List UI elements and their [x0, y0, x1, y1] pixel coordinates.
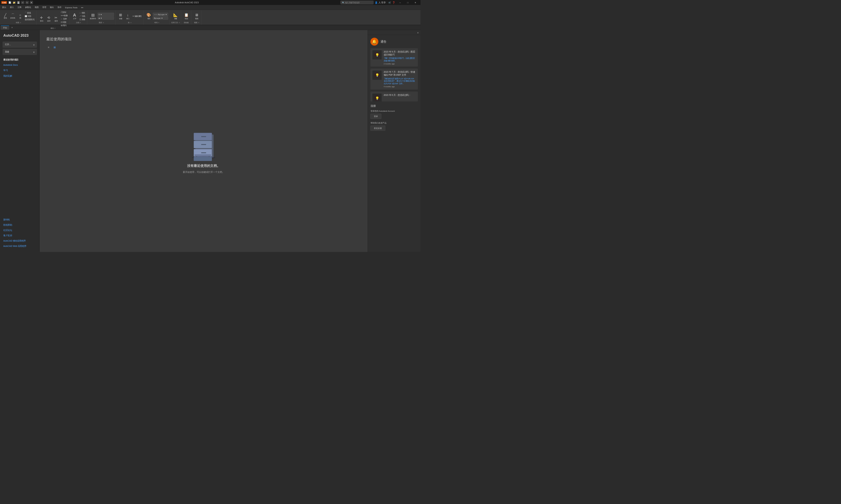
- dim-button[interactable]: ↔ 线性: [79, 12, 86, 15]
- notif-desc-1: 了解一些快速提示和技巧，以改进图层的使用和管理。: [384, 57, 416, 62]
- notif-body-1: 2023 年 9 月：您尝试过吗：图层提示和技巧 了解一些快速提示和技巧，以改进…: [384, 50, 416, 65]
- footer-link-support[interactable]: 客户支持: [0, 233, 40, 238]
- maximize-button[interactable]: □: [404, 0, 412, 5]
- panel-toggle[interactable]: ∨: [368, 30, 421, 35]
- close-button[interactable]: ✕: [412, 0, 419, 5]
- new-button[interactable]: 新建 ∨: [3, 49, 37, 55]
- footer-link-mobile[interactable]: AutoCAD 移动应用程序: [0, 238, 40, 244]
- move-button[interactable]: ✛ 移动: [38, 15, 45, 22]
- grid-view-button[interactable]: ⊞: [52, 45, 57, 50]
- list-view-button[interactable]: ≡: [46, 45, 51, 50]
- measure-button[interactable]: 📐 测量: [172, 12, 179, 20]
- notification-card-3[interactable]: 💡 2023 年 6 月：您尝试过吗：: [371, 92, 418, 102]
- menu-express[interactable]: Express Tools: [64, 6, 79, 9]
- ribbon-group-clipboard: 📋 粘贴 剪贴板: [181, 11, 192, 25]
- feedback-button[interactable]: 发送反馈: [371, 126, 386, 131]
- login-button[interactable]: 登录: [371, 114, 381, 119]
- new-dropdown-icon: ∨: [33, 51, 35, 53]
- arc-button[interactable]: ⌒ 圆弧: [24, 12, 35, 15]
- linetype-select[interactable]: —— ByLayer ▼: [153, 13, 168, 16]
- stretch-button[interactable]: ↔ 拉伸: [60, 18, 68, 20]
- draw-mini-group: ⌒ 圆弧 ⬜ 矩形 ▦ 图案填充: [24, 12, 35, 21]
- table-button[interactable]: ▤ 表格: [79, 18, 86, 21]
- layer-props-button[interactable]: ▤ 图层特性: [89, 12, 97, 20]
- props-buttons: 🎨 特性 —— ByLayer ▼ ByLayer ▼: [145, 11, 168, 21]
- app-logo[interactable]: CAD: [1, 1, 7, 4]
- scale-button[interactable]: ⊡ 缩放: [60, 21, 68, 24]
- text-button[interactable]: A 文字: [71, 12, 78, 20]
- menu-default[interactable]: 默认: [1, 5, 8, 10]
- ribbon-group-view: 🖥 视图 视图 ∨: [192, 11, 202, 25]
- ribbon-content: ╱ 直线 ⌒ 多段线 ○ 圆 ⌒ 圆弧 ⬜ 矩形 ▦ 图案填充 绘图: [0, 10, 420, 25]
- insert-block-icon: ↓: [127, 13, 129, 17]
- cart-icon[interactable]: 🛒: [389, 1, 391, 4]
- layer-select[interactable]: 0 ▼: [97, 13, 114, 16]
- mirror-button[interactable]: ⟺ 镜像: [60, 14, 68, 17]
- edit-attr-button[interactable]: ✏ 编辑属性: [132, 15, 142, 18]
- empty-state-illustration: [187, 128, 220, 161]
- footer-link-web[interactable]: AutoCAD Web 应用程序: [0, 244, 40, 249]
- user-area: 👤 人 登录: [375, 1, 386, 4]
- create-block-button[interactable]: ⊞ 创建: [118, 12, 124, 20]
- search-icon: 🔍: [342, 1, 344, 4]
- notification-card-1[interactable]: 💡 2023 年 9 月：您尝试过吗：图层提示和技巧 了解一些快速提示和技巧，以…: [371, 48, 418, 67]
- sidebar-link-learn[interactable]: 学习: [0, 68, 40, 73]
- lineweight-select[interactable]: ByLayer ▼: [153, 17, 168, 20]
- notification-card-2[interactable]: 💡 2023 年 7 月：您尝试过吗：快速输出 PDF 和 DWF 文件 了解如…: [371, 69, 418, 90]
- leader-button[interactable]: ↗ 引线: [79, 15, 86, 18]
- right-panel-content: 🔔 通告 💡 2023 年 9 月：您尝试过吗：图层提示和技巧 了解一些快速提示…: [368, 35, 421, 252]
- menu-view[interactable]: 视图: [33, 5, 40, 10]
- minimize-button[interactable]: ─: [396, 0, 404, 5]
- connect-text: 登录您的 Autodesk Account: [371, 109, 418, 112]
- login-link[interactable]: 人 登录: [378, 1, 386, 4]
- svg-text:💡: 💡: [375, 73, 379, 77]
- open-file-icon[interactable]: 📁: [13, 1, 16, 4]
- menu-collaborate[interactable]: 协作: [56, 5, 63, 10]
- trim-button[interactable]: ✂ 修剪: [53, 15, 59, 22]
- notification-header: 🔔 通告: [371, 38, 418, 46]
- rotate-button[interactable]: ⟲ 旋转: [46, 15, 52, 22]
- sidebar-link-myinsight[interactable]: 我的见解: [0, 73, 40, 79]
- view-label: 视图: [195, 18, 198, 20]
- circle-button[interactable]: ○ 圆: [17, 13, 23, 20]
- menu-output[interactable]: 输出: [48, 5, 56, 10]
- rect-button[interactable]: ⬜ 矩形: [24, 15, 35, 18]
- menu-annotation[interactable]: 注释: [16, 5, 23, 10]
- line-icon: ╱: [4, 13, 6, 17]
- user-icon: 👤: [375, 1, 377, 4]
- svg-rect-3: [201, 136, 206, 137]
- menu-more[interactable]: ▪▪▪: [79, 6, 85, 9]
- copy-button[interactable]: ⤴ 复制: [60, 11, 68, 14]
- footer-link-help[interactable]: 联机帮助: [0, 222, 40, 228]
- sidebar-footer: 新特性 联机帮助 社区论坛 客户支持 AutoCAD 移动应用程序 AutoCA…: [0, 217, 40, 249]
- new-file-icon[interactable]: 📄: [8, 1, 12, 4]
- layer-row1: ▤ 图层特性 0 ▼ ■ ▼: [89, 12, 114, 20]
- undo-icon[interactable]: ↩: [21, 1, 24, 4]
- menu-manage[interactable]: 管理: [41, 5, 48, 10]
- color-select[interactable]: ■ ▼: [97, 17, 114, 20]
- add-tab-button[interactable]: +: [10, 25, 14, 30]
- redo-icon[interactable]: ↪: [25, 1, 29, 4]
- search-box[interactable]: 🔍 输入关键字或短语: [340, 1, 374, 4]
- menu-parametric[interactable]: 参数化: [23, 5, 33, 10]
- footer-link-newfeatures[interactable]: 新特性: [0, 217, 40, 222]
- open-button[interactable]: 打开... ∨: [3, 42, 37, 48]
- menu-insert[interactable]: 插入: [8, 5, 16, 10]
- customize-icon[interactable]: ▼: [30, 1, 33, 4]
- hatch-button[interactable]: ▦ 图案填充: [24, 18, 35, 21]
- polyline-button[interactable]: ⌒ 多段线: [9, 13, 16, 20]
- start-tab[interactable]: 开始: [1, 25, 9, 30]
- help-icon[interactable]: ❓: [392, 1, 395, 4]
- notif-title-3: 2023 年 6 月：您尝试过吗：: [384, 93, 416, 96]
- properties-button[interactable]: 🎨 特性: [145, 12, 152, 20]
- save-icon[interactable]: 💾: [17, 1, 20, 4]
- array-button[interactable]: ⊞ 阵列: [60, 24, 68, 27]
- title-bar: CAD 📄 📁 💾 ↩ ↪ ▼ Autodesk AutoCAD 2023 🔍 …: [0, 0, 420, 5]
- view-button[interactable]: 🖥 视图: [193, 12, 200, 20]
- layer-icon: ▤: [91, 13, 95, 17]
- insert-block-button[interactable]: ↓ 插入: [125, 12, 131, 20]
- footer-link-community[interactable]: 社区论坛: [0, 228, 40, 233]
- paste-button[interactable]: 📋 粘贴: [183, 12, 190, 20]
- sidebar-link-docs[interactable]: Autodesk Docs: [0, 62, 40, 68]
- line-button[interactable]: ╱ 直线: [2, 13, 8, 20]
